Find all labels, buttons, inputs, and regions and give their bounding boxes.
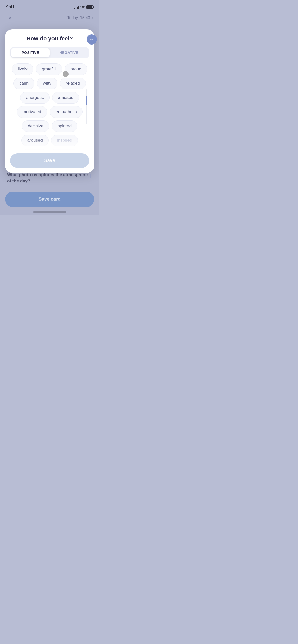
emotion-amused[interactable]: amused	[52, 92, 79, 104]
modal-header: How do you feel?	[10, 35, 89, 42]
emotions-container: lively grateful proud calm witty relaxed…	[10, 63, 89, 150]
tab-positive[interactable]: POSITIVE	[11, 48, 50, 57]
close-icon: ×	[9, 14, 12, 21]
pencil-icon: ✏	[90, 37, 93, 42]
save-button[interactable]: Save	[10, 153, 89, 168]
emotion-grateful[interactable]: grateful	[36, 63, 62, 75]
emotion-satisfied[interactable]: satisfied	[50, 149, 77, 150]
photo-section: What photo recaptures the atmosphere of …	[7, 172, 92, 184]
emotion-spirited[interactable]: spirited	[52, 120, 77, 132]
emotion-empathetic[interactable]: empathetic	[50, 106, 83, 118]
emotion-calm[interactable]: calm	[13, 78, 34, 89]
tab-negative[interactable]: NEGATIVE	[50, 48, 88, 57]
modal-title: How do you feel?	[26, 35, 73, 42]
status-icons	[74, 5, 93, 9]
home-indicator	[33, 211, 66, 213]
emotion-modal: ✏ How do you feel? POSITIVE NEGATIVE liv…	[5, 29, 94, 173]
emotion-decisive[interactable]: decisive	[22, 120, 49, 132]
date-selector[interactable]: Today, 15:43 ▾	[67, 16, 93, 20]
emotion-relaxed[interactable]: relaxed	[60, 78, 86, 89]
mood-tabs: POSITIVE NEGATIVE	[10, 47, 89, 58]
emotion-proud[interactable]: proud	[65, 63, 87, 75]
chevron-down-icon: ▾	[92, 16, 93, 20]
drag-dot	[63, 71, 69, 77]
photo-question: What photo recaptures the atmosphere of …	[7, 172, 92, 184]
battery-icon	[86, 5, 93, 9]
status-time: 9:41	[6, 5, 15, 10]
emotions-grid: lively grateful proud calm witty relaxed…	[10, 63, 89, 150]
add-photo-button[interactable]: +	[88, 172, 92, 180]
emotion-motivated[interactable]: motivated	[17, 106, 47, 118]
wifi-icon	[80, 6, 85, 9]
status-bar: 9:41	[0, 0, 99, 13]
emotions-section: lively grateful proud calm witty relaxed…	[10, 63, 89, 150]
emotion-inspired[interactable]: inspired	[51, 135, 78, 146]
scroll-track	[86, 89, 87, 124]
save-card-button[interactable]: Save card	[5, 192, 94, 207]
emotion-witty[interactable]: witty	[37, 78, 57, 89]
emotion-aroused[interactable]: aroused	[21, 135, 49, 146]
emotion-curious[interactable]: curious	[22, 149, 47, 150]
signal-icon	[74, 5, 79, 9]
emotion-energetic[interactable]: energetic	[20, 92, 50, 104]
emotion-lively[interactable]: lively	[12, 63, 33, 75]
scroll-thumb	[86, 96, 87, 105]
date-label: Today, 15:43	[67, 16, 90, 20]
close-button[interactable]: ×	[6, 14, 14, 22]
background-page: 9:41 × To	[0, 0, 99, 215]
